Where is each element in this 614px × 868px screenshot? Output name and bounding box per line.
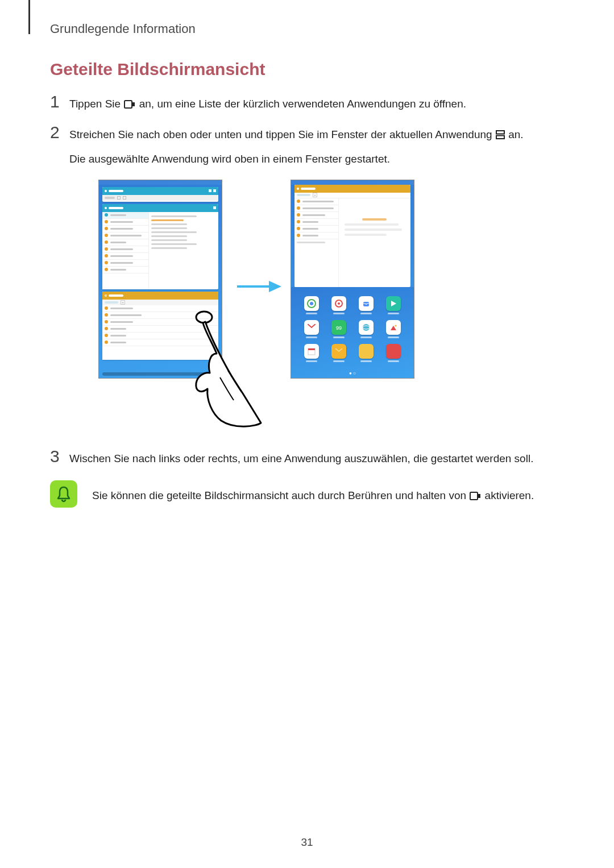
split-screen-icon: [496, 127, 505, 145]
mail-icon: [331, 344, 346, 359]
step-1-text: Tippen Sie an, um eine Liste der kürzlic…: [69, 95, 565, 114]
step-number: 3: [50, 448, 69, 465]
svg-rect-19: [308, 348, 315, 350]
svg-marker-11: [391, 301, 396, 306]
step-number: 2: [50, 124, 69, 141]
step-number: 1: [50, 93, 69, 110]
note-text-a: Sie können die geteilte Bildschirmansich…: [92, 489, 469, 501]
step-2-line2: Die ausgewählte Anwendung wird oben in e…: [69, 150, 565, 168]
step-1-text-a: Tippen Sie: [69, 98, 123, 110]
app-icon: [359, 296, 374, 311]
step-2-text-b: an.: [508, 128, 523, 140]
step-2-text: Streichen Sie nach oben oder unten und t…: [69, 126, 565, 168]
running-header: Grundlegende Information: [50, 22, 196, 36]
svg-point-9: [338, 302, 340, 305]
svg-marker-5: [269, 281, 281, 292]
svg-rect-0: [125, 101, 132, 108]
svg-rect-3: [496, 136, 504, 139]
svg-rect-25: [478, 494, 480, 498]
step-2-text-a: Streichen Sie nach oben oder unten und t…: [69, 128, 495, 140]
svg-point-17: [395, 325, 397, 326]
margin-rule: [28, 0, 30, 34]
note-callout: Sie können die geteilte Bildschirmansich…: [50, 480, 565, 508]
screenshot-after: +: [291, 180, 414, 379]
arrow-icon: [236, 280, 281, 293]
app-icon: [359, 344, 374, 359]
step-1: 1 Tippen Sie an, um eine Liste der kürzl…: [50, 95, 565, 114]
svg-rect-1: [132, 102, 135, 106]
note-text: Sie können die geteilte Bildschirmansich…: [92, 487, 534, 505]
browser-icon: [359, 320, 374, 335]
page-number: 31: [0, 836, 614, 849]
instruction-figure: + +: [98, 180, 530, 433]
step-3-text: Wischen Sie nach links oder rechts, um e…: [69, 450, 565, 468]
gallery-icon: [386, 320, 401, 335]
note-text-b: aktivieren.: [485, 489, 534, 501]
recent-apps-icon: [124, 96, 135, 114]
svg-rect-22: [389, 348, 397, 354]
svg-rect-24: [470, 492, 478, 500]
app-icon: [386, 296, 401, 311]
note-bell-icon: [50, 480, 77, 508]
main-content: Geteilte Bildschirmansicht 1 Tippen Sie …: [50, 60, 565, 508]
svg-point-14: [363, 324, 370, 331]
app-icon: 99: [331, 320, 346, 335]
svg-text:99: 99: [336, 325, 342, 331]
svg-rect-2: [496, 131, 504, 134]
hand-pointer-icon: [194, 309, 279, 429]
calendar-icon: [304, 344, 319, 359]
gmail-icon: [304, 320, 319, 335]
step-1-text-b: an, um eine Liste der kürzlich verwendet…: [139, 98, 466, 110]
svg-point-23: [196, 312, 212, 323]
chrome-icon: [304, 296, 319, 311]
step-3: 3 Wischen Sie nach links oder rechts, um…: [50, 450, 565, 468]
svg-rect-21: [363, 349, 369, 354]
step-2: 2 Streichen Sie nach oben oder unten und…: [50, 126, 565, 168]
recent-apps-icon: [470, 488, 481, 505]
app-icon: [386, 344, 401, 359]
svg-point-7: [310, 302, 313, 305]
app-icon: [331, 296, 346, 311]
section-title: Geteilte Bildschirmansicht: [50, 60, 565, 79]
